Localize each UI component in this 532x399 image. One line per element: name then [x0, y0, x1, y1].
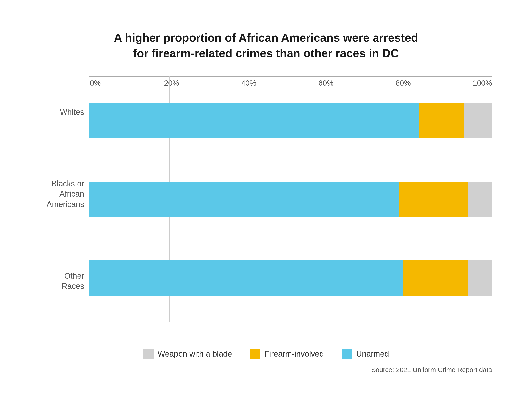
bar-segment-unarmed [89, 103, 419, 138]
legend-swatch [143, 349, 154, 359]
legend-swatch [250, 349, 260, 359]
legend-label: Firearm-involved [265, 349, 324, 359]
legend-label: Unarmed [356, 349, 389, 359]
title-line2: for firearm-related crimes than other ra… [133, 47, 399, 60]
bar-segment-firearm [403, 260, 468, 296]
legend-swatch [342, 349, 352, 359]
y-label: Whites [40, 107, 89, 117]
bars-and-grid: 0%20%40%60%80%100% [89, 76, 492, 335]
bar-segment-blade [468, 260, 492, 296]
legend-item: Firearm-involved [250, 349, 324, 359]
y-label: Other Races [40, 271, 89, 292]
legend-item: Unarmed [342, 349, 389, 359]
chart-title: A higher proportion of African Americans… [114, 30, 418, 61]
bar-segment-blade [468, 182, 492, 217]
title-line1: A higher proportion of African Americans… [114, 31, 418, 44]
legend-label: Weapon with a blade [158, 349, 232, 359]
y-axis-labels: WhitesBlacks or AfricanAmericansOther Ra… [40, 76, 89, 335]
bar-segment-unarmed [89, 182, 399, 217]
bar-segment-firearm [399, 182, 468, 217]
chart-container: A higher proportion of African Americans… [22, 17, 510, 382]
y-label: Blacks or AfricanAmericans [40, 179, 89, 210]
bars-wrapper [89, 76, 492, 322]
bar-segment-unarmed [89, 260, 403, 296]
bar-row [89, 260, 492, 296]
legend-area: Weapon with a bladeFirearm-involvedUnarm… [143, 349, 389, 359]
bar-row [89, 103, 492, 138]
bar-segment-firearm [419, 103, 464, 138]
plot-area: WhitesBlacks or AfricanAmericansOther Ra… [40, 76, 492, 335]
source-text: Source: 2021 Uniform Crime Report data [40, 366, 492, 374]
legend-item: Weapon with a blade [143, 349, 232, 359]
grid-and-bars: 0%20%40%60%80%100% [89, 76, 492, 335]
bar-segment-blade [464, 103, 492, 138]
bar-row [89, 182, 492, 217]
